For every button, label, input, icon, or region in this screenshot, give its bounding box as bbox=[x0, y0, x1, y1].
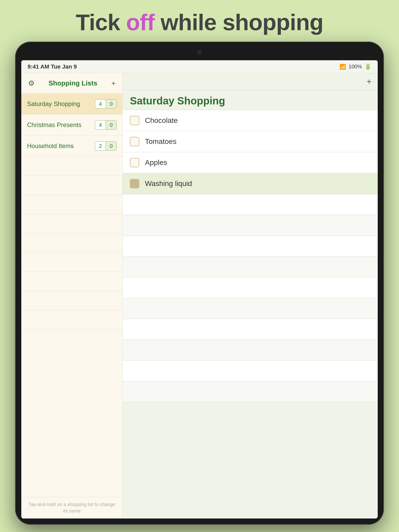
shopping-item-ticked[interactable]: Washing liquid bbox=[123, 173, 378, 194]
camera-bar bbox=[18, 45, 381, 60]
item-name: Chocolate bbox=[145, 116, 178, 125]
list-item-counts: 4 0 bbox=[95, 99, 117, 109]
sidebar-footer: Tap-and-hold on a shopping list to chang… bbox=[21, 497, 122, 518]
list-item-empty bbox=[21, 214, 122, 234]
status-bar: 9:41 AM Tue Jan 9 📶 100% 🔋 bbox=[21, 60, 378, 73]
empty-row bbox=[123, 236, 378, 257]
sidebar-header: ⚙ Shopping Lists + bbox=[21, 73, 122, 94]
add-item-button[interactable]: + bbox=[367, 77, 371, 87]
item-name: Washing liquid bbox=[145, 179, 192, 188]
tagline-prefix: Tick bbox=[76, 9, 126, 35]
list-item-empty bbox=[21, 310, 122, 330]
lists-container: Saturday Shopping 4 0 Christmas Presents… bbox=[21, 94, 122, 497]
count-ticked: 0 bbox=[106, 141, 117, 151]
list-item-counts: 2 0 bbox=[95, 141, 117, 151]
empty-row bbox=[123, 277, 378, 298]
ipad-inner: 9:41 AM Tue Jan 9 📶 100% 🔋 ⚙ Shopping Li… bbox=[18, 45, 381, 522]
status-right: 📶 100% 🔋 bbox=[340, 63, 371, 70]
list-item[interactable]: Christmas Presents 4 0 bbox=[21, 115, 122, 136]
list-item[interactable]: Saturday Shopping 4 0 bbox=[21, 94, 122, 115]
tagline-suffix: while shopping bbox=[155, 9, 323, 35]
count-total: 4 bbox=[95, 99, 106, 109]
list-item-empty bbox=[21, 272, 122, 291]
add-list-button[interactable]: + bbox=[110, 78, 117, 89]
count-ticked: 0 bbox=[106, 99, 117, 109]
empty-row bbox=[123, 257, 378, 277]
app-content: ⚙ Shopping Lists + Saturday Shopping 4 0 bbox=[21, 73, 378, 518]
main-title: Saturday Shopping bbox=[123, 90, 378, 110]
list-item-name: Saturday Shopping bbox=[27, 100, 80, 108]
ipad-frame: 9:41 AM Tue Jan 9 📶 100% 🔋 ⚙ Shopping Li… bbox=[15, 42, 384, 525]
item-checkbox[interactable] bbox=[130, 158, 139, 167]
list-item-counts: 4 0 bbox=[95, 120, 117, 130]
battery-icon: 🔋 bbox=[364, 63, 371, 70]
count-total: 4 bbox=[95, 120, 106, 130]
sidebar: ⚙ Shopping Lists + Saturday Shopping 4 0 bbox=[21, 73, 123, 518]
shopping-items-list: Chocolate Tomatoes Apples bbox=[123, 110, 378, 518]
empty-row bbox=[123, 361, 378, 381]
wifi-icon: 📶 bbox=[340, 64, 346, 70]
empty-row bbox=[123, 340, 378, 361]
list-item-empty bbox=[21, 157, 122, 176]
item-name: Tomatoes bbox=[145, 137, 176, 146]
empty-row bbox=[123, 194, 378, 215]
item-checkbox[interactable] bbox=[130, 116, 139, 125]
ipad-screen: 9:41 AM Tue Jan 9 📶 100% 🔋 ⚙ Shopping Li… bbox=[21, 60, 378, 518]
shopping-item[interactable]: Tomatoes bbox=[123, 131, 378, 152]
list-item-empty bbox=[21, 253, 122, 272]
list-item[interactable]: Household Items 2 0 bbox=[21, 136, 122, 157]
empty-row bbox=[123, 215, 378, 236]
shopping-item[interactable]: Chocolate bbox=[123, 110, 378, 131]
main-area: + Saturday Shopping Chocolate Tomatoes bbox=[123, 73, 378, 518]
status-time: 9:41 AM Tue Jan 9 bbox=[28, 63, 77, 70]
count-ticked: 0 bbox=[106, 120, 117, 130]
tagline: Tick off while shopping bbox=[0, 0, 399, 43]
list-item-name: Household Items bbox=[27, 142, 74, 150]
list-item-empty bbox=[21, 176, 122, 195]
item-name: Apples bbox=[145, 158, 167, 167]
count-total: 2 bbox=[95, 141, 106, 151]
camera-dot bbox=[197, 50, 202, 55]
battery-level: 100% bbox=[349, 64, 362, 70]
empty-row bbox=[123, 381, 378, 402]
settings-button[interactable]: ⚙ bbox=[27, 78, 36, 89]
list-item-empty bbox=[21, 195, 122, 214]
main-header: + bbox=[123, 73, 378, 90]
empty-row bbox=[123, 298, 378, 319]
list-item-empty bbox=[21, 291, 122, 310]
tagline-highlight: off bbox=[126, 9, 154, 35]
shopping-item[interactable]: Apples bbox=[123, 152, 378, 173]
item-checkbox[interactable] bbox=[130, 137, 139, 146]
empty-row bbox=[123, 319, 378, 340]
sidebar-title: Shopping Lists bbox=[36, 79, 110, 87]
list-item-empty bbox=[21, 234, 122, 253]
item-checkbox-ticked[interactable] bbox=[130, 179, 139, 188]
list-item-name: Christmas Presents bbox=[27, 121, 81, 129]
